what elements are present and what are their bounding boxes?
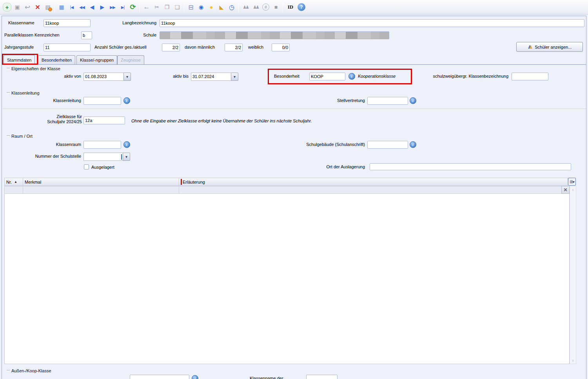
edit-dataset-icon[interactable]: ▤ (43, 2, 53, 12)
column-config-icon[interactable]: ⊞▾ (568, 178, 576, 186)
announce-icon[interactable]: ◣ (216, 2, 227, 12)
klassenraum-label: Klassenraum (41, 142, 81, 147)
tab-stammdaten[interactable]: Stammdaten (4, 55, 35, 65)
toolbar-separator (283, 2, 283, 12)
filter-cell-nr[interactable] (4, 186, 23, 194)
aussen-koop-input[interactable] (130, 375, 189, 379)
weiblich-input[interactable] (272, 44, 290, 51)
aktiv-von-label: aktiv von (41, 74, 81, 78)
ort-auslagerung-label: Ort der Auslagerung (283, 164, 365, 169)
jahrgangsstufe-input[interactable] (44, 44, 91, 51)
help-icon[interactable]: ? (298, 3, 305, 11)
zielklasse-input[interactable] (83, 117, 125, 124)
info-icon[interactable]: i (123, 97, 130, 104)
schueler-anzeigen-button[interactable]: ♟♟ Schüler anzeigen... (516, 42, 583, 52)
print-icon[interactable]: ⊟ (186, 2, 196, 12)
last-record-icon[interactable]: ▶| (118, 2, 128, 12)
student-group-icon[interactable]: ♟♟ (240, 2, 250, 12)
besonderheit-label: Besonderheit (274, 74, 299, 78)
toolbar-separator (238, 2, 239, 12)
klassenleitung-legend: Klassenleitung (7, 91, 584, 95)
new-record-icon[interactable]: + (3, 3, 11, 11)
zielklasse-label: Zielklasse für Schuljahr 2024/25 (18, 114, 82, 124)
stellvertretung-input[interactable] (367, 97, 408, 105)
schueler-anzeigen-label: Schüler anzeigen... (535, 45, 572, 49)
previous-record-icon[interactable]: ◀ (87, 2, 97, 12)
anzahl-schueler-label: Anzahl Schüler ges./aktuell (94, 45, 147, 49)
tab-zeugnisse: Zeugnisse (117, 55, 144, 64)
delete-icon[interactable]: ✕ (33, 2, 43, 12)
schulgebaeude-input[interactable] (367, 141, 408, 149)
refresh-icon[interactable]: ⟳ (128, 2, 138, 12)
fast-forward-icon[interactable]: ▶▶ (107, 2, 118, 12)
next-record-icon[interactable]: ▶ (97, 2, 107, 12)
clear-filter-button[interactable]: ✕ (561, 186, 570, 194)
info-icon[interactable]: i (410, 141, 416, 148)
parallelklassen-input[interactable] (81, 31, 92, 39)
scroll-down-icon[interactable]: ∨ (570, 357, 576, 363)
schulzweig-label: schulzweigübergr. Klassenbezeichnung (410, 74, 508, 78)
schulstelle-dropdown-button[interactable]: ▾ (123, 153, 130, 161)
view-icon[interactable]: ◉ (196, 2, 206, 12)
merkmal-table-body[interactable] (4, 194, 570, 364)
klassenleitung-label: Klassenleitung (41, 98, 81, 103)
scroll-up-icon[interactable]: ∧ (570, 187, 576, 193)
info-icon[interactable]: i (123, 141, 130, 148)
paste-icon[interactable]: ❑ (172, 2, 182, 12)
toolbar-separator (54, 2, 55, 12)
klassenraum-input[interactable] (83, 141, 121, 149)
column-header-nr[interactable]: Nr.▲ (4, 178, 23, 186)
aktiv-von-input[interactable]: 01.08.2023 (83, 73, 123, 81)
stellvertretung-label: Stellvertretung (325, 98, 365, 103)
weiblich-label: weiblich (248, 45, 263, 49)
ort-auslagerung-input[interactable] (370, 163, 571, 170)
back-arrow-icon[interactable]: ← (142, 2, 152, 12)
anzahl-schueler-input[interactable] (162, 44, 180, 51)
number-icon[interactable]: # (262, 4, 269, 11)
sort-asc-icon: ▲ (14, 180, 17, 184)
aktiv-von-dropdown-button[interactable]: ▾ (123, 73, 131, 81)
klassenleitung-input[interactable] (83, 97, 121, 105)
column-header-erlaeuterung[interactable]: Erläuterung (179, 178, 568, 186)
column-header-merkmal[interactable]: Merkmal (23, 178, 179, 186)
filter-cell-erlaeuterung[interactable] (179, 186, 561, 194)
aktiv-bis-dropdown-button[interactable]: ▾ (231, 73, 238, 81)
main-toolbar: + ▣ ↩ ✕ ▤ ▦ |◀ ◀◀ ◀ ▶ ▶▶ ▶| ⟳ ← ✂ ❐ ❑ ⊟ … (0, 0, 588, 15)
schule-input-redacted[interactable] (160, 31, 389, 39)
fast-rewind-icon[interactable]: ◀◀ (77, 2, 87, 12)
first-record-icon[interactable]: |◀ (67, 2, 77, 12)
aktiv-bis-input[interactable]: 31.07.2024 (191, 73, 231, 81)
stammklasse-input[interactable] (306, 375, 338, 379)
schulstelle-combo: ▾ (83, 153, 130, 161)
tab-klassengruppen[interactable]: Klasse/-ngruppen (76, 55, 117, 64)
eigenschaften-legend: Eigenschaften der Klasse (7, 66, 584, 71)
table-scrollbar[interactable]: ∧ ∨ (570, 186, 576, 364)
aktiv-von-combo: 01.08.2023 ▾ (83, 73, 131, 81)
application-window: + ▣ ↩ ✕ ▤ ▦ |◀ ◀◀ ◀ ▶ ▶▶ ▶| ⟳ ← ✂ ❐ ❑ ⊟ … (0, 0, 588, 379)
section-divider (3, 109, 586, 109)
maennlich-input[interactable] (225, 44, 243, 51)
cut-icon[interactable]: ✂ (152, 2, 162, 12)
student-group-2-icon[interactable]: ♟♟ (250, 2, 261, 12)
klassenname-input[interactable] (44, 19, 91, 27)
notes-icon[interactable]: ■ (271, 2, 281, 12)
aktiv-bis-combo: 31.07.2024 ▾ (191, 73, 238, 81)
copy-record-icon[interactable]: ▦ (56, 2, 67, 12)
undo-icon[interactable]: ↩ (22, 2, 33, 12)
tab-besonderheiten[interactable]: Besonderheiten (38, 55, 75, 64)
copy-icon[interactable]: ❐ (162, 2, 172, 12)
reminder-icon[interactable]: ◷ (227, 2, 237, 12)
besonderheit-input[interactable] (309, 73, 345, 80)
schulzweig-input[interactable] (512, 73, 548, 80)
schulstelle-input[interactable] (83, 153, 123, 161)
info-icon[interactable]: i (348, 73, 355, 80)
save-icon[interactable]: ▣ (12, 2, 22, 12)
id-icon[interactable]: ID (285, 2, 296, 12)
parallelklassen-label: Parallelklassen Kennzeichen (4, 33, 60, 37)
hint-icon[interactable]: ● (206, 2, 216, 12)
langbezeichnung-input[interactable] (160, 19, 584, 27)
filter-cell-merkmal[interactable] (23, 186, 179, 194)
ausgelagert-checkbox[interactable] (84, 164, 89, 169)
info-icon[interactable]: i (192, 375, 198, 379)
info-icon[interactable]: i (410, 97, 416, 104)
